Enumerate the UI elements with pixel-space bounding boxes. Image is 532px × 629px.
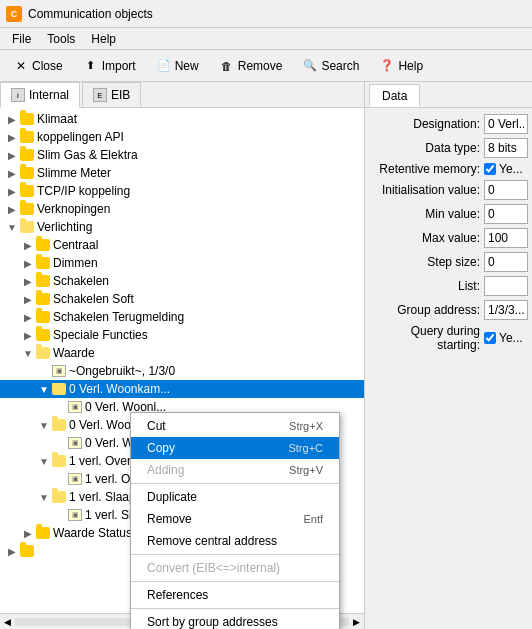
obj-icon-slaapk-sub: ▣ <box>68 509 82 521</box>
expander-verl-woonkama-2[interactable]: ▼ <box>36 417 52 433</box>
tree-item-verl-woonkam[interactable]: ▼ 0 Verl. Woonkam... <box>0 380 364 398</box>
expander-verlichting[interactable]: ▼ <box>4 219 20 235</box>
tabs-bar: i Internal E EIB <box>0 82 364 108</box>
remove-button[interactable]: 🗑 Remove <box>210 54 292 78</box>
import-button[interactable]: ⬆ Import <box>74 54 145 78</box>
folder-icon-weerstation <box>20 545 34 557</box>
remove-label: Remove <box>238 59 283 73</box>
input-data-type[interactable] <box>484 138 528 158</box>
app-icon: C <box>6 6 22 22</box>
input-init-value[interactable] <box>484 180 528 200</box>
label-designation: Designation: <box>369 117 484 131</box>
tree-item-slim-gas[interactable]: ▶ Slim Gas & Elektra <box>0 146 364 164</box>
obj-icon-verl-woonl-2: ▣ <box>68 437 82 449</box>
expander-weerstation[interactable]: ▶ <box>4 543 20 559</box>
tree-item-schakelen[interactable]: ▶ Schakelen <box>0 272 364 290</box>
help-button[interactable]: ❓ Help <box>370 54 432 78</box>
folder-icon-klimaat <box>20 113 34 125</box>
expander-verknopingen[interactable]: ▶ <box>4 201 20 217</box>
expander-slimme-meter[interactable]: ▶ <box>4 165 20 181</box>
label-min-value: Min value: <box>369 207 484 221</box>
label-ongebruikt: ~Ongebruikt~, 1/3/0 <box>69 364 175 378</box>
expander-schakelen-soft[interactable]: ▶ <box>20 291 36 307</box>
ctx-sep-4 <box>131 608 339 609</box>
ctx-copy[interactable]: Copy Strg+C <box>131 437 339 459</box>
ctx-cut-shortcut: Strg+X <box>289 420 323 432</box>
ctx-remove-shortcut: Entf <box>303 513 323 525</box>
tree-item-verlichting[interactable]: ▼ Verlichting <box>0 218 364 236</box>
ctx-cut[interactable]: Cut Strg+X <box>131 415 339 437</box>
input-min-value[interactable] <box>484 204 528 224</box>
label-klimaat: Klimaat <box>37 112 77 126</box>
menu-help[interactable]: Help <box>83 30 124 48</box>
tab-data-label: Data <box>382 89 407 103</box>
right-tabs-bar: Data <box>365 82 532 108</box>
expander-overlap[interactable]: ▼ <box>36 453 52 469</box>
field-row-init-value: Initialisation value: <box>369 180 528 200</box>
check-query[interactable] <box>484 332 496 344</box>
tree-item-verknopingen[interactable]: ▶ Verknopingen <box>0 200 364 218</box>
ctx-cut-label: Cut <box>147 419 166 433</box>
menu-tools[interactable]: Tools <box>39 30 83 48</box>
expander-schakelen-terugmelding[interactable]: ▶ <box>20 309 36 325</box>
ctx-remove[interactable]: Remove Entf <box>131 508 339 530</box>
window-title: Communication objects <box>28 7 153 21</box>
check-retentive[interactable] <box>484 163 496 175</box>
check-retentive-label: Ye... <box>499 162 523 176</box>
expander-speciale-functies[interactable]: ▶ <box>20 327 36 343</box>
tree-item-koppeling-api[interactable]: ▶ koppelingen API <box>0 128 364 146</box>
tree-item-waarde[interactable]: ▼ Waarde <box>0 344 364 362</box>
tab-eib[interactable]: E EIB <box>82 82 141 107</box>
folder-icon-speciale-functies <box>36 329 50 341</box>
expander-waarde[interactable]: ▼ <box>20 345 36 361</box>
expander-waarde-status[interactable]: ▶ <box>20 525 36 541</box>
tree-item-schakelen-terugmelding[interactable]: ▶ Schakelen Terugmelding <box>0 308 364 326</box>
tree-item-slimme-meter[interactable]: ▶ Slimme Meter <box>0 164 364 182</box>
tab-data[interactable]: Data <box>369 84 420 107</box>
tree-item-klimaat[interactable]: ▶ Klimaat <box>0 110 364 128</box>
folder-icon-waarde-status <box>36 527 50 539</box>
expander-dimmen[interactable]: ▶ <box>20 255 36 271</box>
menu-file[interactable]: File <box>4 30 39 48</box>
ctx-copy-shortcut: Strg+C <box>288 442 323 454</box>
folder-icon-overlap <box>52 455 66 467</box>
expander-schakelen[interactable]: ▶ <box>20 273 36 289</box>
expander-slaapkame[interactable]: ▼ <box>36 489 52 505</box>
expander-verl-woonkam[interactable]: ▼ <box>36 381 52 397</box>
label-init-value: Initialisation value: <box>369 183 484 197</box>
ctx-sort-group[interactable]: Sort by group addresses <box>131 611 339 629</box>
close-button[interactable]: ✕ Close <box>4 54 72 78</box>
field-row-query-during: Query during starting: Ye... <box>369 324 528 352</box>
tree-item-tcp-ip[interactable]: ▶ TCP/IP koppeling <box>0 182 364 200</box>
ctx-references[interactable]: References <box>131 584 339 606</box>
input-group-address[interactable] <box>484 300 528 320</box>
expander-centraal[interactable]: ▶ <box>20 237 36 253</box>
label-verknopingen: Verknopingen <box>37 202 110 216</box>
expander-koppeling-api[interactable]: ▶ <box>4 129 20 145</box>
input-step-size[interactable] <box>484 252 528 272</box>
tree-item-schakelen-soft[interactable]: ▶ Schakelen Soft <box>0 290 364 308</box>
input-designation[interactable] <box>484 114 528 134</box>
expander-tcp-ip[interactable]: ▶ <box>4 183 20 199</box>
new-button[interactable]: 📄 New <box>147 54 208 78</box>
input-list[interactable] <box>484 276 528 296</box>
ctx-remove-central[interactable]: Remove central address <box>131 530 339 552</box>
label-waarde: Waarde <box>53 346 95 360</box>
tree-item-centraal[interactable]: ▶ Centraal <box>0 236 364 254</box>
field-row-list: List: <box>369 276 528 296</box>
tree-item-speciale-functies[interactable]: ▶ Speciale Functies <box>0 326 364 344</box>
input-max-value[interactable] <box>484 228 528 248</box>
ctx-remove-label: Remove <box>147 512 192 526</box>
scroll-arrow-right[interactable]: ▶ <box>349 617 364 627</box>
expander-slim-gas[interactable]: ▶ <box>4 147 20 163</box>
ctx-duplicate[interactable]: Duplicate <box>131 486 339 508</box>
search-button[interactable]: 🔍 Search <box>293 54 368 78</box>
tab-internal[interactable]: i Internal <box>0 82 80 108</box>
scroll-arrow-left[interactable]: ◀ <box>0 617 15 627</box>
expander-klimaat[interactable]: ▶ <box>4 111 20 127</box>
field-row-step-size: Step size: <box>369 252 528 272</box>
ctx-sep-1 <box>131 483 339 484</box>
tree-item-dimmen[interactable]: ▶ Dimmen <box>0 254 364 272</box>
tree-item-ongebruikt[interactable]: ▣ ~Ongebruikt~, 1/3/0 <box>0 362 364 380</box>
right-content: Designation: Data type: Retentive memory… <box>365 108 532 629</box>
